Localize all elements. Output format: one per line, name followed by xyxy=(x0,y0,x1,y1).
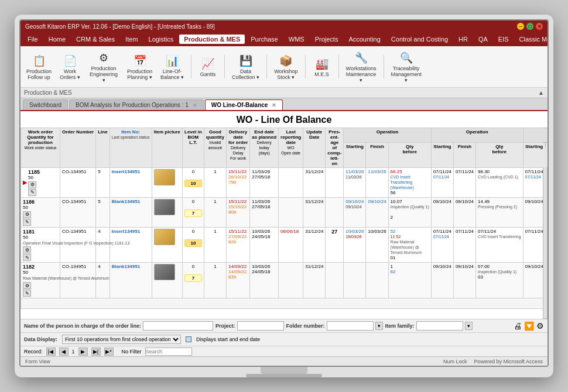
cell-order-number: CO-134951 xyxy=(60,167,96,197)
row-side-btn-settings-2[interactable]: ⚙ xyxy=(23,211,31,218)
row-side-btn-settings-4[interactable]: ⚙ xyxy=(23,282,31,289)
tab-wo-close[interactable]: ✕ xyxy=(272,102,276,108)
toolbar-workshop-stock[interactable]: 📦 WorkshopStock ▾ xyxy=(272,51,300,82)
nav-last-btn[interactable]: ▶| xyxy=(91,348,101,356)
maximize-button[interactable]: □ xyxy=(526,23,533,30)
toolbar-production-planning[interactable]: 📅 ProductionPlanning ▾ xyxy=(125,51,155,82)
toolbar-traceability[interactable]: 🔍 TraceabilityManagement ▾ xyxy=(389,49,424,85)
toolbar-workstations[interactable]: 🔧 WorkstationsMaintenance ▾ xyxy=(344,49,379,85)
cell-op3-start: 07/11/24 xyxy=(523,227,545,263)
filter-icon[interactable]: 🔽 xyxy=(524,321,534,331)
folder-input[interactable] xyxy=(327,321,374,331)
cell-op1-qty: 162 xyxy=(388,263,431,298)
tab-wo-line-of-balance[interactable]: WO Line-Of-Balance ✕ xyxy=(205,99,283,110)
data-display-label: Data Display: xyxy=(24,336,57,342)
tab-bom-close[interactable]: ✕ xyxy=(193,102,197,108)
toolbar-gantts[interactable]: 📈 Gantts xyxy=(196,54,220,79)
menu-logistics[interactable]: Logistics xyxy=(144,35,179,44)
traceability-label: TraceabilityManagement ▾ xyxy=(391,66,422,84)
menu-eis[interactable]: EIS xyxy=(494,35,514,44)
row-side-btn-edit-3[interactable]: ✎ xyxy=(23,254,31,261)
workstations-icon: 🔧 xyxy=(353,50,369,66)
cell-op1-qty: 5211 52Raw Material(Warehouse) @Tersed A… xyxy=(388,227,431,263)
menu-home[interactable]: Home xyxy=(44,35,70,44)
row-side-btn-edit-4[interactable]: ✎ xyxy=(23,290,31,297)
report-icon[interactable]: 🖨 xyxy=(514,321,522,331)
menu-item[interactable]: Item xyxy=(121,35,142,44)
item-image-yellow-2 xyxy=(154,229,175,245)
tab-bom-analysis[interactable]: BOM Analysis for Production Operations :… xyxy=(69,99,204,110)
table-row: 1182 50 Raw Material (Warehouse) @ Terse… xyxy=(21,263,548,298)
work-orders-icon: 📄 xyxy=(62,53,78,69)
item-family-input[interactable] xyxy=(416,321,463,331)
menu-projects[interactable]: Projects xyxy=(310,35,343,44)
row-side-btn-settings[interactable]: ⚙ xyxy=(28,181,36,188)
row-side-btn-edit-2[interactable]: ✎ xyxy=(23,219,31,226)
menu-production[interactable]: Production & MES xyxy=(179,35,245,44)
menu-qa[interactable]: QA xyxy=(474,35,492,44)
cell-percentage xyxy=(326,263,344,298)
settings-icon[interactable]: ⚙ xyxy=(536,321,544,331)
person-input[interactable] xyxy=(143,321,213,331)
monitor-base xyxy=(246,374,322,377)
menu-purchase[interactable]: Purchase xyxy=(246,35,282,44)
menu-control[interactable]: Control and Costing xyxy=(386,35,453,44)
person-label: Name of the person in charge of the orde… xyxy=(24,323,141,329)
toolbar-work-orders[interactable]: 📄 WorkOrders ▾ xyxy=(57,51,83,82)
cell-last-report xyxy=(279,263,303,298)
cell-item-picture xyxy=(152,263,182,298)
cell-delivery-date: 15/11/2227/09/22826 xyxy=(226,227,249,263)
cell-good-qty: 1 xyxy=(204,227,226,263)
menu-accounting[interactable]: Accounting xyxy=(344,35,385,44)
menu-hr[interactable]: HR xyxy=(454,35,473,44)
cell-delivery-date: 14/09/2214/09/22839 xyxy=(226,263,249,298)
search-input[interactable] xyxy=(145,348,192,356)
tab-switchboard[interactable]: Switchboard xyxy=(23,99,68,110)
sub-bar-collapse[interactable]: ▲ xyxy=(538,90,544,96)
nav-new-btn[interactable]: ▶* xyxy=(104,348,114,356)
status-num-lock: Num Lock xyxy=(443,359,467,365)
table-area[interactable]: Work orderQuantity forproductionWork ord… xyxy=(20,128,548,319)
cell-item-no: Insert134951 xyxy=(110,167,152,197)
row-side-btn-settings-3[interactable]: ⚙ xyxy=(23,246,31,253)
nav-prev-btn[interactable]: ◀ xyxy=(59,348,69,356)
monitor-stand xyxy=(261,367,307,374)
item-image-gray xyxy=(154,199,175,215)
data-display-select[interactable]: First 10 operations from first closed op… xyxy=(62,335,181,344)
workshop-stock-label: WorkshopStock ▾ xyxy=(274,69,297,81)
op-group-3: Operation xyxy=(523,128,548,143)
menu-file[interactable]: File xyxy=(23,35,43,44)
row-side-btn-edit[interactable]: ✎ xyxy=(28,189,36,196)
production-planning-icon: 📅 xyxy=(132,53,148,69)
close-button[interactable]: ✕ xyxy=(536,23,543,30)
folder-dropdown-icon[interactable]: ▾ xyxy=(375,322,383,330)
toolbar-mes[interactable]: 🏭 M.E.S xyxy=(310,54,334,79)
monitor: Geosoft Kitaron ERP Ver. 12.06 - [Demo E… xyxy=(15,15,553,377)
nav-next-btn[interactable]: ▶ xyxy=(78,348,88,356)
cell-op2-finish: 07/11/24 xyxy=(453,167,475,197)
cell-end-date: 11/03/2627/05/18 xyxy=(250,197,279,227)
item-image-yellow xyxy=(154,169,175,185)
cell-line: 5 xyxy=(96,197,110,227)
menu-wms[interactable]: WMS xyxy=(284,35,309,44)
col-item-picture: Item picture xyxy=(152,128,182,167)
record-value: 1 xyxy=(72,349,75,355)
toolbar-data-collection[interactable]: 💾 DataCollection ▾ xyxy=(230,51,262,82)
toolbar-line-of-balance[interactable]: 📊 Line-Of-Balance ▾ xyxy=(158,51,186,82)
table-row: ▶ 1185 50 ⚙ ✎ xyxy=(21,167,548,197)
toolbar-production-engineering[interactable]: ⚙ ProductionEngineering ▾ xyxy=(86,49,121,85)
cell-update-date: 31/12/24 xyxy=(303,167,326,197)
menu-classic[interactable]: Classic Menu xyxy=(515,35,549,44)
project-input[interactable] xyxy=(237,321,284,331)
cell-level-bom: 0 7 xyxy=(183,263,204,298)
displays-date-checkbox[interactable] xyxy=(186,336,191,342)
menu-crm[interactable]: CRM & Sales xyxy=(71,35,119,44)
gantts-label: Gantts xyxy=(200,72,216,78)
toolbar-production-followup[interactable]: 📋 ProductionFollow up xyxy=(24,51,54,82)
mes-icon: 🏭 xyxy=(314,56,330,72)
sub-bar-label: Production & MES xyxy=(24,90,72,96)
minimize-button[interactable]: ─ xyxy=(517,23,524,30)
item-family-dropdown-icon[interactable]: ▾ xyxy=(465,322,473,330)
folder-label: Folder number: xyxy=(286,323,325,329)
nav-first-btn[interactable]: |◀ xyxy=(46,348,56,356)
